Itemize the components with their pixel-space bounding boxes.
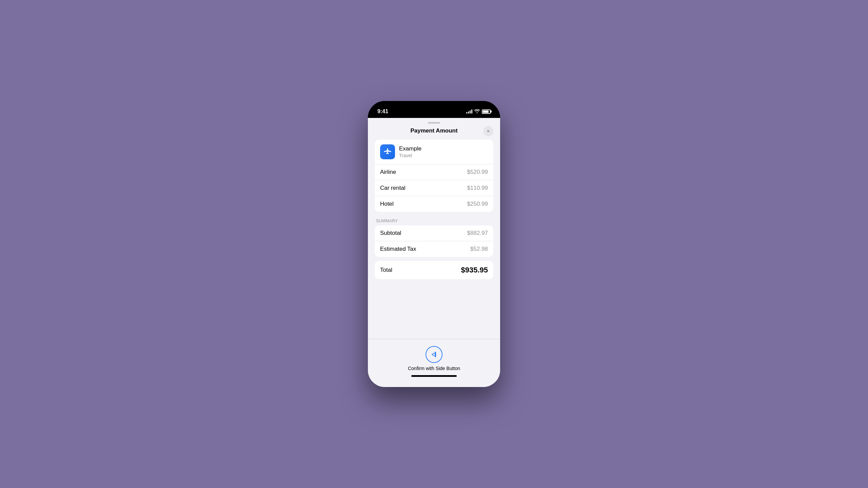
tax-row: Estimated Tax $52.98 <box>375 241 493 257</box>
merchant-row: Example Travel <box>375 140 493 164</box>
sheet-header: Payment Amount × <box>375 127 493 140</box>
confirm-icon-svg <box>429 350 439 359</box>
drag-indicator <box>428 122 440 124</box>
confirm-text: Confirm with Side Button <box>408 366 460 371</box>
wifi-icon <box>474 109 480 114</box>
merchant-info: Example Travel <box>399 145 421 158</box>
subtotal-value: $882.97 <box>467 230 488 237</box>
line-item-hotel: Hotel $250.99 <box>375 196 493 212</box>
bottom-section: Confirm with Side Button <box>368 339 500 387</box>
status-bar: 9:41 <box>368 101 500 118</box>
signal-icon <box>466 109 472 114</box>
close-button[interactable]: × <box>483 126 493 136</box>
line-item-carrental: Car rental $110.99 <box>375 180 493 196</box>
close-icon: × <box>487 128 490 134</box>
hotel-label: Hotel <box>380 201 394 207</box>
plane-icon <box>383 148 392 156</box>
status-icons <box>466 109 491 114</box>
drag-indicator-area <box>368 118 500 127</box>
subtotal-row: Subtotal $882.97 <box>375 225 493 241</box>
sheet-content: Payment Amount × Example Travel <box>368 127 500 279</box>
sheet-background: Payment Amount × Example Travel <box>368 118 500 387</box>
merchant-card: Example Travel Airline $520.99 Car renta… <box>375 140 493 212</box>
total-card: Total $935.95 <box>375 261 493 279</box>
merchant-icon <box>380 144 395 159</box>
sheet-title: Payment Amount <box>410 127 457 134</box>
total-value: $935.95 <box>461 266 488 274</box>
total-row: Total $935.95 <box>375 261 493 279</box>
line-item-airline: Airline $520.99 <box>375 164 493 180</box>
svg-rect-0 <box>435 352 436 357</box>
tax-label: Estimated Tax <box>380 246 416 252</box>
merchant-name: Example <box>399 145 421 152</box>
summary-card: Subtotal $882.97 Estimated Tax $52.98 <box>375 225 493 257</box>
airline-value: $520.99 <box>467 169 488 176</box>
hotel-value: $250.99 <box>467 201 488 207</box>
summary-section-label: SUMMARY <box>375 216 493 225</box>
home-indicator <box>411 375 457 377</box>
phone-frame: 9:41 Paym <box>368 101 500 387</box>
carrental-value: $110.99 <box>467 185 488 191</box>
total-label: Total <box>380 267 392 273</box>
confirm-side-button-icon <box>426 346 442 363</box>
merchant-category: Travel <box>399 153 421 158</box>
airline-label: Airline <box>380 169 396 176</box>
battery-icon <box>482 109 491 114</box>
status-time: 9:41 <box>377 108 388 115</box>
carrental-label: Car rental <box>380 185 406 191</box>
subtotal-label: Subtotal <box>380 230 401 237</box>
tax-value: $52.98 <box>470 246 488 252</box>
